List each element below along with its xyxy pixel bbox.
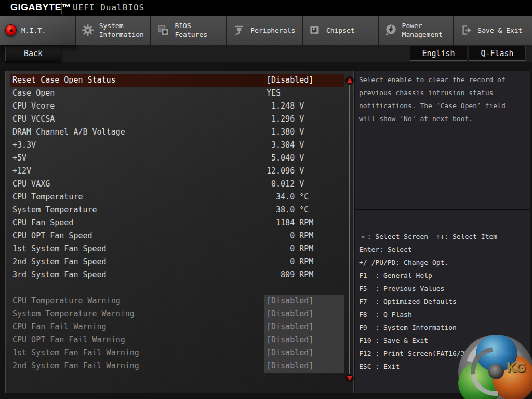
setting-label: System Temperature: [10, 204, 264, 217]
setting-label: 2nd System Fan Fail Warning: [10, 360, 264, 373]
setting-value: 5.040 V: [264, 152, 344, 165]
qflash-button[interactable]: Q-Flash: [469, 46, 526, 61]
legend-line: +/-/PU/PD: Change Opt.: [359, 256, 529, 269]
tab-peripherals[interactable]: Peripherals: [227, 16, 303, 45]
legend-line: Enter: Select: [359, 243, 529, 256]
back-button[interactable]: Back: [5, 46, 61, 61]
setting-label: +3.3V: [10, 139, 264, 152]
table-row[interactable]: CPU Temperature Warning[Disabled]: [6, 295, 354, 308]
setting-label: CPU Temperature: [10, 191, 264, 204]
tab-power-management[interactable]: Power Management: [379, 16, 455, 45]
peripherals-icon: [232, 23, 246, 37]
table-row[interactable]: CPU Temperature 34.0 °C: [6, 191, 354, 204]
tab-mit[interactable]: M.I.T.: [0, 16, 76, 45]
setting-label: Case Open: [10, 87, 264, 100]
scroll-down-button[interactable]: [345, 374, 354, 382]
table-row[interactable]: CPU Vcore 1.248 V: [6, 100, 354, 113]
table-row[interactable]: System Temperature Warning[Disabled]: [6, 308, 354, 321]
setting-value: 34.0 °C: [264, 191, 344, 204]
table-row[interactable]: System Temperature 38.0 °C: [6, 204, 354, 217]
setting-label: +12V: [10, 165, 264, 178]
setting-value: [Disabled]: [264, 74, 344, 87]
legend-line: F7 : Optimized Defaults: [359, 295, 529, 308]
setting-value: [Disabled]: [264, 308, 344, 321]
table-row[interactable]: +3.3V 3.304 V: [6, 139, 354, 152]
table-row[interactable]: Reset Case Open Status[Disabled]: [6, 74, 354, 87]
tab-bar: M.I.T. System Information BIOS F: [0, 16, 532, 45]
legend-line: F8 : Q-Flash: [359, 308, 529, 321]
tab-label: M.I.T.: [21, 26, 71, 35]
setting-value: 3.304 V: [264, 139, 344, 152]
scroll-up-button[interactable]: [345, 76, 354, 85]
setting-value: 1.248 V: [264, 100, 344, 113]
setting-value: 38.0 °C: [264, 204, 344, 217]
kitguru-watermark-logo: KG: [457, 334, 532, 399]
table-row[interactable]: CPU OPT Fan Speed 0 RPM: [6, 230, 354, 243]
setting-label: CPU Vcore: [10, 100, 264, 113]
tab-save-exit[interactable]: Save & Exit: [454, 16, 532, 45]
setting-value: 1.296 V: [264, 113, 344, 126]
tab-bios-features[interactable]: BIOS Features: [151, 16, 227, 45]
panel-divider: [355, 209, 530, 210]
tab-system-information[interactable]: System Information: [76, 16, 152, 45]
page-title: UEFI DualBIOS: [73, 3, 144, 12]
setting-label: CPU Temperature Warning: [10, 295, 264, 308]
tab-chipset[interactable]: Chipset: [303, 16, 379, 45]
setting-label: 3rd System Fan Speed: [10, 269, 264, 282]
mit-icon: [5, 24, 17, 36]
table-row[interactable]: 1st System Fan Fail Warning[Disabled]: [6, 347, 354, 360]
chipset-icon: [308, 23, 322, 37]
table-row[interactable]: 1st System Fan Speed 0 RPM: [6, 243, 354, 256]
setting-value: 809 RPM: [264, 269, 344, 282]
bios-screen: GIGABYTE™ UEFI DualBIOS M.I.T. System In…: [0, 0, 532, 399]
setting-value: 0 RPM: [264, 230, 344, 243]
table-row[interactable]: CPU VAXG 0.012 V: [6, 178, 354, 191]
setting-label: DRAM Channel A/B Voltage: [10, 126, 264, 139]
setting-value: [Disabled]: [264, 347, 344, 360]
tab-label: Power Management: [402, 21, 452, 39]
kg-text: KG: [507, 361, 525, 375]
save-exit-icon: [459, 23, 473, 37]
table-row[interactable]: CPU Fan Fail Warning[Disabled]: [6, 321, 354, 334]
settings-panel: Reset Case Open Status[Disabled]Case Ope…: [5, 71, 354, 393]
setting-label: CPU VAXG: [10, 178, 264, 191]
scrollbar[interactable]: [349, 85, 350, 375]
setting-label: System Temperature Warning: [10, 308, 264, 321]
setting-value: [Disabled]: [264, 360, 344, 373]
table-row[interactable]: 2nd System Fan Speed 0 RPM: [6, 256, 354, 269]
table-row[interactable]: 3rd System Fan Speed 809 RPM: [6, 269, 354, 282]
setting-value: 12.096 V: [264, 165, 344, 178]
gigabyte-logo: GIGABYTE™: [10, 2, 71, 13]
setting-label: CPU OPT Fan Fail Warning: [10, 334, 264, 347]
table-row[interactable]: CPU OPT Fan Fail Warning[Disabled]: [6, 334, 354, 347]
table-row[interactable]: CPU Fan Speed 1184 RPM: [6, 217, 354, 230]
setting-value: 1.380 V: [264, 126, 344, 139]
setting-label: CPU Fan Fail Warning: [10, 321, 264, 334]
toolbar: Back English Q-Flash: [0, 45, 532, 62]
legend-line: F9 : System Information: [359, 321, 529, 334]
table-row[interactable]: DRAM Channel A/B Voltage 1.380 V: [6, 126, 354, 139]
gear-icon: [81, 23, 95, 37]
kg-core: [488, 364, 504, 379]
topbar: GIGABYTE™ UEFI DualBIOS: [0, 0, 532, 16]
tab-label: Peripherals: [250, 26, 300, 35]
setting-value: 0.012 V: [264, 178, 344, 191]
scroll-down-icon: [347, 376, 352, 381]
setting-label: 1st System Fan Fail Warning: [10, 347, 264, 360]
setting-value: 1184 RPM: [264, 217, 344, 230]
setting-label: CPU VCCSA: [10, 113, 264, 126]
table-row[interactable]: CPU VCCSA 1.296 V: [6, 113, 354, 126]
setting-value: [Disabled]: [264, 295, 344, 308]
tab-label: Save & Exit: [477, 26, 527, 35]
language-button[interactable]: English: [410, 46, 467, 61]
setting-label: CPU Fan Speed: [10, 217, 264, 230]
table-row[interactable]: 2nd System Fan Fail Warning[Disabled]: [6, 360, 354, 373]
setting-label: 1st System Fan Speed: [10, 243, 264, 256]
setting-value: [Disabled]: [264, 321, 344, 334]
bios-features-icon: [156, 23, 170, 37]
setting-label: +5V: [10, 152, 264, 165]
table-row[interactable]: +5V 5.040 V: [6, 152, 354, 165]
help-text: Select enable to clear the record of pre…: [359, 73, 527, 125]
table-row[interactable]: Case OpenYES: [6, 87, 354, 100]
table-row[interactable]: +12V12.096 V: [6, 165, 354, 178]
